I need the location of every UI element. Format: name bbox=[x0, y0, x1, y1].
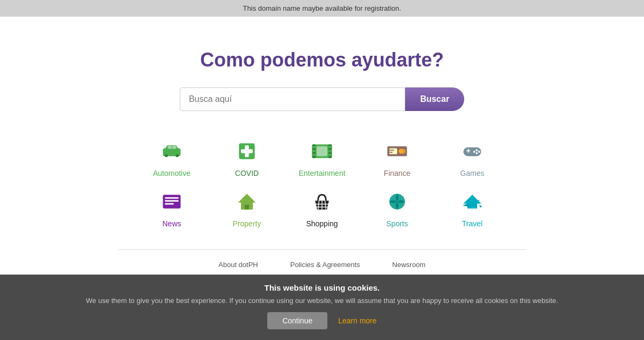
finance-icon bbox=[384, 138, 411, 165]
svg-rect-33 bbox=[165, 200, 179, 202]
svg-point-30 bbox=[475, 152, 478, 154]
gamepad-icon bbox=[459, 138, 486, 165]
svg-rect-12 bbox=[312, 150, 316, 152]
car-icon bbox=[158, 138, 185, 165]
category-games[interactable]: Games bbox=[445, 138, 499, 178]
categories-row-1: Automotive COVID bbox=[121, 138, 523, 178]
svg-rect-15 bbox=[328, 150, 332, 152]
category-finance[interactable]: Finance bbox=[370, 138, 424, 178]
property-icon bbox=[233, 188, 260, 215]
svg-point-21 bbox=[399, 149, 404, 153]
svg-point-27 bbox=[475, 149, 478, 151]
svg-rect-3 bbox=[168, 146, 172, 149]
category-covid-label: COVID bbox=[235, 169, 259, 178]
top-banner-text: This domain name maybe available for reg… bbox=[243, 4, 401, 12]
svg-point-28 bbox=[478, 151, 480, 153]
svg-rect-19 bbox=[389, 149, 397, 154]
search-row: Buscar bbox=[180, 87, 464, 111]
svg-rect-36 bbox=[245, 205, 248, 210]
film-icon bbox=[309, 138, 335, 165]
category-sports[interactable]: Sports bbox=[370, 188, 424, 228]
svg-rect-2 bbox=[175, 154, 179, 158]
svg-point-29 bbox=[473, 151, 475, 153]
svg-rect-7 bbox=[241, 149, 253, 153]
shopping-icon bbox=[309, 188, 335, 215]
category-shopping-label: Shopping bbox=[306, 219, 338, 228]
svg-rect-11 bbox=[312, 146, 316, 149]
footer-link-newsroom[interactable]: Newsroom bbox=[392, 261, 426, 269]
footer-link-policies[interactable]: Policies & Agreements bbox=[290, 261, 360, 269]
svg-rect-34 bbox=[165, 203, 174, 205]
category-finance-label: Finance bbox=[384, 169, 411, 178]
cookie-text: We use them to give you the best experie… bbox=[11, 297, 633, 301]
news-icon bbox=[158, 188, 185, 215]
cookie-banner: This website is using cookies. We use th… bbox=[0, 275, 644, 301]
category-shopping[interactable]: Shopping bbox=[295, 188, 349, 228]
category-entertainment-label: Entertainment bbox=[298, 169, 345, 178]
svg-rect-13 bbox=[312, 154, 316, 157]
category-sports-label: Sports bbox=[386, 219, 408, 228]
category-covid[interactable]: COVID bbox=[220, 138, 274, 178]
svg-rect-14 bbox=[328, 146, 332, 149]
categories-row-2: News Property bbox=[121, 188, 523, 228]
cookie-title: This website is using cookies. bbox=[11, 283, 633, 292]
categories-grid: Automotive COVID bbox=[121, 138, 523, 228]
svg-rect-4 bbox=[172, 146, 176, 149]
category-property-label: Property bbox=[233, 219, 261, 228]
category-games-label: Games bbox=[460, 169, 484, 178]
svg-rect-1 bbox=[165, 154, 168, 158]
svg-rect-32 bbox=[165, 197, 179, 199]
search-input[interactable] bbox=[180, 87, 405, 111]
svg-rect-17 bbox=[317, 146, 327, 156]
svg-rect-23 bbox=[389, 152, 392, 153]
medical-icon bbox=[233, 138, 260, 165]
category-travel[interactable]: Travel bbox=[445, 188, 499, 228]
category-news[interactable]: News bbox=[145, 188, 199, 228]
category-entertainment[interactable]: Entertainment bbox=[295, 138, 349, 178]
footer-link-about[interactable]: About dotPH bbox=[218, 261, 258, 269]
main-content: Como podemos ayudarte? Buscar bbox=[0, 17, 644, 301]
sports-icon bbox=[384, 188, 411, 215]
category-property[interactable]: Property bbox=[220, 188, 274, 228]
category-news-label: News bbox=[162, 219, 181, 228]
top-banner: This domain name maybe available for reg… bbox=[0, 0, 644, 17]
category-automotive-label: Automotive bbox=[153, 169, 191, 178]
travel-icon bbox=[459, 188, 486, 215]
svg-rect-22 bbox=[389, 150, 394, 151]
category-automotive[interactable]: Automotive bbox=[145, 138, 199, 178]
page-title: Como podemos ayudarte? bbox=[200, 49, 444, 71]
svg-rect-26 bbox=[468, 149, 469, 152]
svg-rect-16 bbox=[328, 154, 332, 157]
search-button[interactable]: Buscar bbox=[405, 87, 464, 111]
category-travel-label: Travel bbox=[462, 219, 482, 228]
